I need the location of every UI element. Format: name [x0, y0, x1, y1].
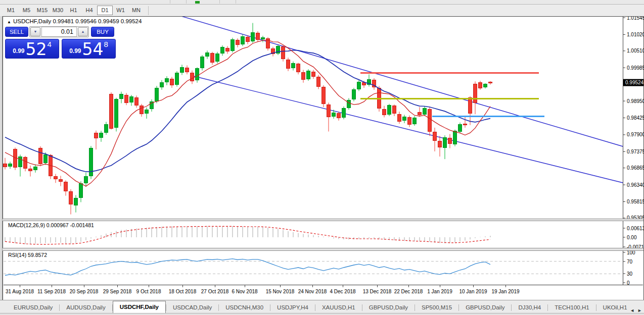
bid-price-big: 52	[26, 42, 47, 57]
candle	[19, 156, 22, 167]
candle	[287, 60, 290, 69]
candle	[433, 132, 437, 141]
chart-tab-xauusd-h1[interactable]: XAUUSD,H1	[315, 302, 362, 313]
candle	[69, 192, 73, 204]
candle	[110, 94, 113, 128]
chart-tab-usdcad-daily[interactable]: USDCAD,Daily	[166, 302, 218, 313]
date-axis-tick	[149, 285, 149, 287]
candle	[413, 118, 417, 124]
tab-scroll-left-icon[interactable]: ◄	[630, 308, 634, 313]
candle	[79, 184, 83, 198]
ask-price-prefix: 0.99	[69, 47, 81, 55]
candle	[180, 67, 184, 72]
candle	[479, 83, 482, 88]
candle	[95, 133, 98, 138]
candle	[130, 97, 133, 102]
volume-input[interactable]: 0.01	[41, 27, 77, 37]
chart-tab-usdcnh-m30[interactable]: USDCNH,M30	[219, 302, 270, 313]
timeframe-button-d1[interactable]: D1	[97, 6, 113, 15]
slow-ma-line[interactable]	[5, 50, 490, 172]
rsi-axis-label: 70	[627, 259, 633, 265]
toolbar-separator	[148, 6, 149, 15]
macd-axis-label: 0.006137	[627, 226, 644, 231]
bid-quote-button[interactable]: 0.99 52 4	[5, 39, 59, 59]
chart-tab-audusd-daily[interactable]: AUDUSD,Daily	[60, 302, 112, 313]
timeframe-toolbar: M1M5M15M30H1H4D1W1MN	[0, 5, 644, 16]
candle	[474, 84, 477, 102]
collapse-triangle-icon[interactable]: ▲	[7, 20, 11, 24]
chart-title-symbol: USDCHF,Daily	[13, 18, 51, 24]
candle	[489, 82, 492, 83]
timeframe-button-h1[interactable]: H1	[66, 6, 81, 15]
timeframe-button-w1[interactable]: W1	[113, 6, 128, 15]
chart-tab-gbpusd-daily[interactable]: GBPUSD,Daily	[362, 302, 415, 313]
candle	[59, 180, 63, 181]
timeframe-button-m1[interactable]: M1	[3, 6, 19, 15]
chart-tab-eurusd-daily[interactable]: EURUSD,Daily	[7, 302, 59, 313]
chart-tab-ukoil-h1[interactable]: UKOil,H1	[596, 302, 634, 313]
candle	[236, 40, 240, 45]
ask-quote-button[interactable]: 0.99 54 8	[62, 39, 116, 59]
candle	[9, 164, 12, 166]
partial-toolbar-strip	[0, 0, 644, 5]
date-axis-tick	[377, 285, 378, 287]
trend-channel-line[interactable]	[192, 76, 623, 183]
candle	[29, 169, 32, 171]
buy-button[interactable]: BUY	[91, 27, 114, 37]
candle	[74, 198, 78, 205]
date-axis-tick	[215, 285, 215, 287]
chart-tab-usdjpy-h4[interactable]: USDJPY,H4	[270, 302, 315, 313]
candle	[418, 112, 422, 115]
timeframe-button-m30[interactable]: M30	[50, 6, 66, 15]
date-axis[interactable]: 31 Aug 201811 Sep 201820 Sep 201829 Sep …	[3, 285, 623, 299]
rsi-indicator-label: RSI(14) 59.8572	[8, 252, 47, 258]
volume-decrease-button[interactable]: ▼	[30, 27, 40, 36]
candle	[216, 54, 219, 62]
timeframe-button-m15[interactable]: M15	[34, 6, 50, 15]
chart-tab-tech100-h1[interactable]: TECH100,H1	[548, 302, 595, 313]
candle	[297, 64, 300, 72]
date-axis-label: 31 Aug 2018	[6, 289, 34, 294]
candle	[4, 164, 7, 167]
candle	[44, 154, 48, 163]
candle	[241, 36, 245, 44]
volume-increase-button[interactable]: ▲	[78, 27, 88, 36]
chart-tab-dj30-h4[interactable]: DJ30,H4	[512, 302, 547, 313]
timeframe-button-mn[interactable]: MN	[128, 6, 144, 15]
candle	[251, 33, 255, 41]
candle	[170, 79, 174, 85]
sell-button[interactable]: SELL	[5, 27, 28, 37]
candle	[337, 114, 341, 118]
tab-scroll-right-icon[interactable]: ►	[637, 308, 642, 313]
date-axis-tick	[280, 285, 281, 287]
price-axis-label: 0.95815	[627, 199, 644, 204]
rsi-panel-canvas[interactable]: 10070300RSI(14) 59.8572	[0, 251, 644, 285]
candle	[428, 109, 432, 132]
macd-panel-canvas[interactable]: 0.0061370.00-0.007142MACD(12,26,9) 0.000…	[0, 221, 644, 248]
candle	[246, 37, 250, 42]
price-axis-label: 0.95305	[627, 215, 644, 219]
date-axis-label: 24 Nov 2018	[298, 289, 327, 294]
chart-tab-bar: EURUSD,DailyAUDUSD,DailyUSDCHF,DailyUSDC…	[0, 300, 644, 313]
candle	[191, 73, 194, 81]
candle	[398, 114, 401, 121]
timeframe-button-m5[interactable]: M5	[19, 6, 34, 15]
candle	[165, 79, 169, 82]
date-axis-label: 13 Dec 2018	[363, 289, 392, 294]
timeframe-button-h4[interactable]: H4	[81, 6, 97, 15]
candle	[155, 88, 159, 101]
candle	[221, 47, 224, 54]
date-axis-label: 10 Jan 2019	[459, 289, 487, 294]
chart-tab-usdchf-daily[interactable]: USDCHF,Daily	[113, 301, 166, 313]
rsi-axis-label: 100	[627, 251, 635, 255]
candle	[34, 167, 37, 170]
date-axis-tick	[505, 285, 506, 287]
chart-tab-gbpusd-daily[interactable]: GBPUSD,Daily	[459, 302, 511, 313]
chart-title-ohlc: 0.99481 0.99546 0.99459 0.99524	[53, 18, 142, 24]
candle	[125, 95, 128, 102]
date-axis-label: 19 Jan 2019	[491, 289, 519, 294]
ask-price-pips: 8	[104, 40, 108, 48]
price-axis-label: 0.98425	[627, 115, 644, 121]
chart-tab-sp500-m15[interactable]: SP500,M15	[415, 302, 458, 313]
date-axis-label: 9 Oct 2018	[136, 289, 161, 294]
